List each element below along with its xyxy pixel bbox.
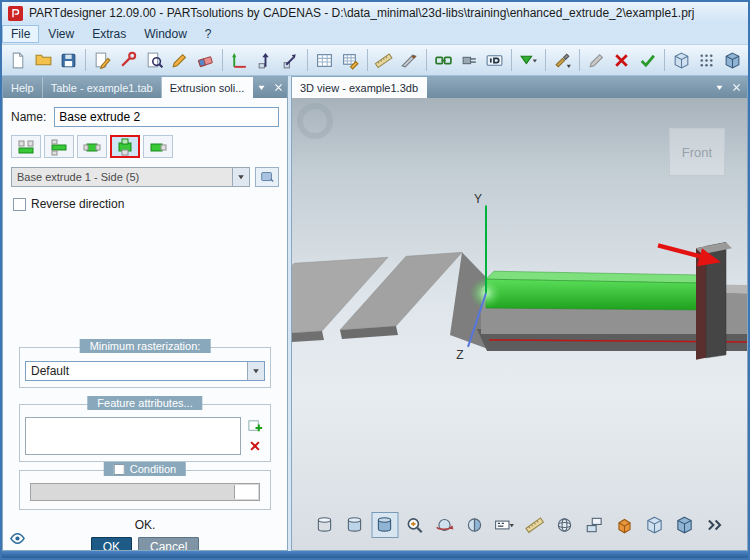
grid-edit-button[interactable] bbox=[338, 47, 363, 73]
cylinder-solid-view-button[interactable] bbox=[371, 512, 398, 538]
viewport-3d[interactable]: Y Z Front bbox=[292, 98, 747, 550]
ruler-button[interactable] bbox=[372, 47, 397, 73]
ruler-small-view-button[interactable] bbox=[521, 512, 548, 538]
cancel-button[interactable]: Cancel bbox=[138, 537, 199, 550]
pencil-grey-button[interactable] bbox=[584, 47, 609, 73]
red-x-button[interactable] bbox=[609, 47, 634, 73]
extrusion-panel: Help Table - example1.tab Extrusion soli… bbox=[2, 76, 288, 551]
connector-button[interactable] bbox=[457, 47, 482, 73]
orbit-view-button[interactable] bbox=[431, 512, 458, 538]
condition-label: Condition bbox=[130, 463, 176, 475]
id-tag-button[interactable] bbox=[483, 47, 508, 73]
name-input[interactable] bbox=[54, 107, 279, 127]
toolbar-separator bbox=[307, 49, 308, 71]
layers-view-button[interactable] bbox=[581, 512, 608, 538]
menu-window[interactable]: Window bbox=[135, 25, 196, 43]
ok-button[interactable]: OK bbox=[91, 537, 132, 550]
reference-row: Base extrude 1 - Side (5) bbox=[3, 160, 287, 189]
minimum-rasterization-label: Minimum rasterization: bbox=[80, 339, 211, 353]
zoom-fit-view-button[interactable] bbox=[401, 512, 428, 538]
pencil-button[interactable] bbox=[167, 47, 192, 73]
cube-view-button[interactable] bbox=[669, 47, 694, 73]
menu-help[interactable]: ? bbox=[196, 25, 221, 43]
feature-attributes-input[interactable] bbox=[25, 417, 241, 455]
grid-points-button[interactable] bbox=[695, 47, 720, 73]
condition-label-chip: Condition bbox=[104, 462, 186, 476]
toolbar-separator bbox=[664, 49, 665, 71]
cube-b-view-button[interactable] bbox=[671, 512, 698, 538]
toolbar-separator bbox=[426, 49, 427, 71]
title-bar: PARTdesigner 12.09.00 - PARTsolutions by… bbox=[2, 2, 748, 24]
extrude-d-direction-button[interactable] bbox=[110, 135, 140, 158]
tab-extrusion-label: Extrusion soli... bbox=[170, 82, 245, 94]
visibility-eye-icon[interactable] bbox=[9, 530, 27, 546]
cube-a-view-button[interactable] bbox=[641, 512, 668, 538]
panel-close-icon[interactable] bbox=[270, 80, 286, 96]
extrude-e-direction-button[interactable] bbox=[143, 135, 173, 158]
mesh-sphere-view-button[interactable] bbox=[551, 512, 578, 538]
axis-z-button[interactable] bbox=[278, 47, 303, 73]
save-file-button[interactable] bbox=[57, 47, 82, 73]
tab-3d-view[interactable]: 3D view - example1.3db bbox=[292, 77, 427, 98]
delete-attribute-button[interactable] bbox=[245, 437, 265, 455]
zoom-document-button[interactable] bbox=[142, 47, 167, 73]
material-box-view-button[interactable] bbox=[611, 512, 638, 538]
reference-combobox-value: Base extrude 1 - Side (5) bbox=[12, 171, 232, 183]
orbit-navigation-widget[interactable] bbox=[297, 103, 333, 139]
condition-checkbox[interactable] bbox=[114, 464, 125, 475]
view-cube[interactable]: Front bbox=[669, 128, 725, 176]
cube-solid-button[interactable] bbox=[720, 47, 745, 73]
overflow-view-button[interactable] bbox=[701, 512, 728, 538]
tab-list-dropdown-icon[interactable] bbox=[253, 80, 269, 96]
extrude-b-direction-button[interactable] bbox=[44, 135, 74, 158]
view3d-panel: 3D view - example1.3db bbox=[291, 76, 748, 551]
tools-button[interactable] bbox=[116, 47, 141, 73]
condition-input bbox=[30, 483, 260, 501]
link-button[interactable] bbox=[431, 47, 456, 73]
app-icon bbox=[8, 6, 23, 21]
open-file-button[interactable] bbox=[31, 47, 56, 73]
left-tabbar: Help Table - example1.tab Extrusion soli… bbox=[3, 77, 287, 98]
grid-button[interactable] bbox=[312, 47, 337, 73]
menu-extras[interactable]: Extras bbox=[83, 25, 135, 43]
new-file-button[interactable] bbox=[5, 47, 30, 73]
main-area: Help Table - example1.tab Extrusion soli… bbox=[2, 76, 748, 551]
main-toolbar bbox=[2, 44, 748, 76]
dropdown-green-button[interactable] bbox=[516, 47, 541, 73]
screwdriver-dropdown-button[interactable] bbox=[550, 47, 575, 73]
menu-bar: File View Extras Window ? bbox=[2, 24, 748, 44]
cylinder-shaded-view-button[interactable] bbox=[341, 512, 368, 538]
extrude-a-direction-button[interactable] bbox=[11, 135, 41, 158]
window-bottom-edge bbox=[2, 551, 748, 558]
reverse-direction-checkbox[interactable] bbox=[13, 198, 26, 211]
tab-3d-view-label: 3D view - example1.3db bbox=[300, 82, 418, 94]
name-label: Name: bbox=[11, 110, 46, 124]
cylinder-wire-view-button[interactable] bbox=[311, 512, 338, 538]
extrude-preview-front bbox=[486, 279, 706, 310]
add-attribute-button[interactable] bbox=[245, 417, 265, 435]
reference-combobox-arrow-icon[interactable] bbox=[232, 168, 249, 186]
extrude-c-direction-button[interactable] bbox=[77, 135, 107, 158]
section-view-button[interactable] bbox=[461, 512, 488, 538]
pick-face-button[interactable] bbox=[255, 167, 279, 187]
measure-dropdown-view-button[interactable] bbox=[491, 512, 518, 538]
view-tab-dropdown-icon[interactable] bbox=[711, 80, 727, 96]
view-close-icon[interactable] bbox=[728, 80, 744, 96]
tab-extrusion-solid[interactable]: Extrusion soli... bbox=[162, 77, 254, 98]
checkmark-button[interactable] bbox=[635, 47, 660, 73]
toolbar-separator bbox=[222, 49, 223, 71]
axis-up-button[interactable] bbox=[253, 47, 278, 73]
menu-view[interactable]: View bbox=[39, 25, 83, 43]
sketch-2d-button[interactable] bbox=[227, 47, 252, 73]
tab-help[interactable]: Help bbox=[3, 77, 43, 98]
tab-table[interactable]: Table - example1.tab bbox=[43, 77, 162, 98]
minimum-rasterization-combobox[interactable]: Default bbox=[25, 361, 265, 381]
eraser-button[interactable] bbox=[193, 47, 218, 73]
menu-file[interactable]: File bbox=[2, 25, 39, 43]
reference-combobox[interactable]: Base extrude 1 - Side (5) bbox=[11, 167, 250, 187]
minimum-rasterization-arrow-icon[interactable] bbox=[247, 362, 264, 380]
app-window: PARTdesigner 12.09.00 - PARTsolutions by… bbox=[0, 0, 750, 560]
feature-attributes-label: Feature attributes... bbox=[87, 396, 202, 410]
edit-document-button[interactable] bbox=[90, 47, 115, 73]
cutter-button[interactable] bbox=[397, 47, 422, 73]
